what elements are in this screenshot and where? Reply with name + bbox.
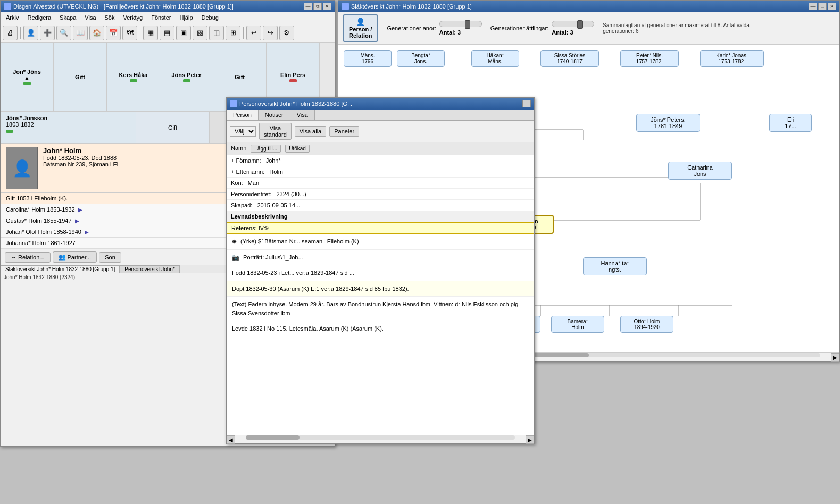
menu-fonster[interactable]: Fönster [148, 13, 174, 22]
person-catharina[interactable]: Catharina Jöns [668, 162, 732, 180]
son-button[interactable]: Son [99, 252, 121, 263]
tab-notiser[interactable]: Notiser [259, 110, 290, 120]
person-relation-button[interactable]: 👤 Person / Relation [343, 14, 378, 42]
ancestor-jons[interactable]: Jöns* Jonsson 1803-1832 [1, 112, 136, 143]
menu-debug[interactable]: Debug [198, 13, 222, 22]
person-bamera[interactable]: Bamera* Holm [551, 316, 604, 333]
toolbar-map[interactable]: 🗺 [122, 26, 137, 40]
close-button[interactable]: ✕ [323, 3, 331, 10]
person-hakan[interactable]: Håkan* Måns. [471, 50, 519, 67]
toolbar-view4[interactable]: ▧ [193, 26, 207, 40]
menu-hjalp[interactable]: Hjälp [176, 13, 196, 22]
ancestor-jons-name: Jöns* Jonsson [6, 115, 130, 121]
ancestor-jons-bar [6, 130, 13, 133]
tab-personöversikt[interactable]: Personöversikt John* [120, 265, 180, 273]
toolbar-print[interactable]: 🖨 [3, 26, 18, 40]
titlebar-buttons[interactable]: — ⧉ ✕ [304, 3, 331, 10]
paneler-btn[interactable]: Paneler [329, 126, 359, 137]
person-hanna[interactable]: Hanna* ta* ngts. [583, 257, 647, 275]
popup-toolbar: Välj Visa standard Visa alla Paneler [227, 121, 534, 142]
popup-scrollbar-thumb[interactable] [246, 435, 300, 440]
person-hakan-name2: Måns. [476, 58, 514, 64]
child-carolina-name: Carolina* Holm 1853-1932 [6, 206, 75, 213]
toolbar-view5[interactable]: ◫ [209, 26, 224, 40]
menu-verktyg[interactable]: Verktyg [120, 13, 146, 22]
person-sissa[interactable]: Sissa Störjes 1740-1817 [540, 50, 599, 67]
popup-scroll-left[interactable]: ◀ [227, 435, 235, 444]
toolbar-undo[interactable]: ↩ [246, 26, 261, 40]
person-jons-peters[interactable]: Jöns* Peters. 1781-1849 [636, 114, 700, 132]
right-minimize-btn[interactable]: — [809, 3, 817, 10]
ancestors-slider[interactable] [439, 21, 482, 27]
menubar: Arkiv Redigera Skapa Visa Sök Verktyg Fö… [1, 12, 335, 23]
partner-label: Partner... [68, 254, 92, 261]
person-eli-years: 17... [774, 123, 807, 129]
descendants-slider[interactable] [552, 21, 594, 27]
ancestors-label-line1: Generationer anor: [387, 25, 436, 31]
popup-minimize-btn[interactable]: — [522, 100, 531, 107]
menu-arkiv[interactable]: Arkiv [3, 13, 22, 22]
nav-person-kers[interactable]: Kers Håka [107, 43, 160, 111]
nav-person-jons-bar [183, 79, 190, 82]
toolbar-view6[interactable]: ⊞ [226, 26, 240, 40]
toolbar-settings[interactable]: ⚙ [279, 26, 294, 40]
partner-button[interactable]: 👥 Partner... [53, 251, 97, 263]
restore-button[interactable]: ⧉ [313, 3, 322, 10]
toolbar-view3[interactable]: ▣ [176, 26, 191, 40]
main-person-born: Född 1832-05-23. Död 1888 [43, 155, 253, 161]
ancestors-section: Generationer anor: Antal: 3 [387, 21, 481, 36]
right-titlebar-buttons[interactable]: — □ ✕ [809, 3, 836, 10]
minimize-button[interactable]: — [304, 3, 312, 10]
visa-alla-btn[interactable]: Visa alla [295, 126, 326, 137]
popup-titlebar-buttons[interactable]: — [522, 100, 531, 107]
tab-person[interactable]: Person [227, 110, 259, 120]
popup-scroll-right[interactable]: ▶ [526, 435, 534, 444]
person-mans[interactable]: Måns. 1796 [344, 50, 392, 67]
toolbar-add[interactable]: ➕ [40, 26, 55, 40]
nav-person-gift2-name: Gift [235, 74, 245, 80]
toolbar-search[interactable]: 🔍 [56, 26, 71, 40]
toolbar-home[interactable]: 🏠 [89, 26, 104, 40]
nav-person-kers-bar [130, 79, 137, 82]
toolbar-view2[interactable]: ▤ [160, 26, 174, 40]
toolbar-person[interactable]: 👤 [23, 26, 38, 40]
app-icon [4, 3, 11, 10]
scroll-right[interactable]: ▶ [831, 353, 839, 362]
text-yrke: ⊕ (Yrke) $1Båtsman Nr... seaman i Elleho… [227, 234, 534, 250]
nav-person-jon-name: Jon* Jöns [13, 69, 41, 75]
right-close-btn[interactable]: ✕ [828, 3, 836, 10]
person-karin[interactable]: Karin* Jonas. 1753-1782- [700, 50, 764, 67]
nav-person-jon[interactable]: Jon* Jöns ▲ [1, 43, 54, 111]
menu-redigera[interactable]: Redigera [24, 13, 54, 22]
person-otto[interactable]: Otto* Holm 1894-1920 [620, 316, 673, 333]
tab-slaktöversikt[interactable]: Släktöversikt John* Holm 1832-1880 [Grup… [1, 265, 120, 273]
person-bengta-name: Bengta* [402, 53, 440, 58]
visa-standard-btn[interactable]: Visa standard [259, 123, 292, 140]
lagg-till-btn[interactable]: Lägg till... [251, 145, 281, 153]
popup-titlebar-left: Personöversikt John* Holm 1832-1880 [G..… [230, 100, 352, 107]
menu-skapa[interactable]: Skapa [56, 13, 79, 22]
gen-toolbar: 👤 Person / Relation Generationer anor: A… [338, 12, 839, 45]
toolbar-view1[interactable]: ▦ [143, 26, 158, 40]
person-bengta[interactable]: Bengta* Jons. [397, 50, 445, 67]
right-restore-btn[interactable]: □ [818, 3, 827, 10]
efternamn-value: Holm [269, 169, 283, 175]
nav-person-gift1-name: Gift [75, 74, 85, 80]
tab-visa[interactable]: Visa [290, 110, 315, 120]
nav-person-jons[interactable]: Jöns Peter [160, 43, 213, 111]
toolbar-book[interactable]: 📖 [73, 26, 88, 40]
relation-button[interactable]: ↔ Relation... [5, 252, 51, 263]
menu-sok[interactable]: Sök [102, 13, 118, 22]
popup-scrollbar: ◀ ▶ [227, 435, 534, 443]
portratt-text: Porträtt: Julius\1_Joh... [243, 254, 303, 261]
toolbar-redo[interactable]: ↪ [263, 26, 278, 40]
popup-scrollbar-track[interactable] [246, 435, 515, 440]
person-eli[interactable]: Eli 17... [769, 114, 812, 132]
utokad-btn[interactable]: Utökad [285, 145, 310, 153]
ancestor-gift[interactable]: Gift [136, 112, 210, 143]
nav-person-gift1[interactable]: Gift [54, 43, 107, 111]
toolbar-calendar[interactable]: 📅 [106, 26, 121, 40]
menu-visa[interactable]: Visa [81, 13, 99, 22]
person-peter[interactable]: Peter* Nils. 1757-1782- [620, 50, 679, 67]
valj-select[interactable]: Välj [230, 126, 256, 137]
